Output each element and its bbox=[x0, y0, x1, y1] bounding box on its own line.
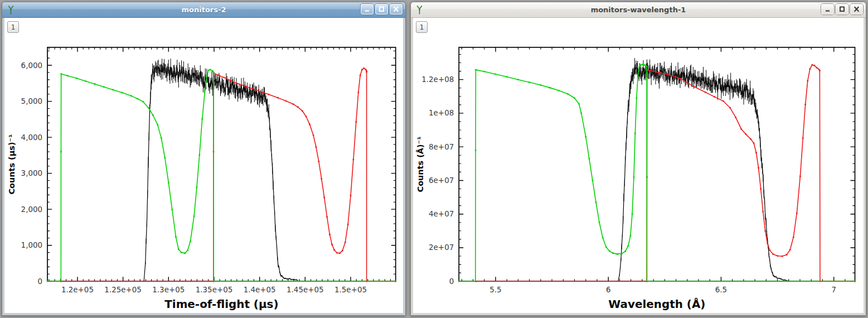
minimize-button[interactable] bbox=[821, 4, 834, 15]
axes bbox=[459, 47, 855, 281]
sprout-icon bbox=[6, 5, 16, 15]
x-tick-label: 1.5e+05 bbox=[334, 286, 367, 294]
curve bbox=[459, 65, 855, 281]
series-monitor-spectrum-red bbox=[60, 68, 396, 282]
maximize-button[interactable] bbox=[836, 4, 848, 15]
close-button[interactable] bbox=[390, 4, 403, 15]
markers bbox=[476, 64, 856, 282]
desktop: monitors-2 1 1.2e+051.25e+051.3e+051.35e… bbox=[0, 0, 868, 318]
plot-frame bbox=[47, 47, 396, 281]
y-tick-label: 4,000 bbox=[21, 133, 42, 142]
plot-canvas-time-of-flight[interactable]: 1.2e+051.25e+051.3e+051.35e+051.4e+051.4… bbox=[4, 18, 403, 313]
y-axis-label: Counts (μs)⁻¹ bbox=[7, 134, 16, 195]
window-title: monitors-wavelength-1 bbox=[411, 6, 866, 14]
y-axis-major-ticks bbox=[459, 80, 855, 282]
y-tick-label: 1.2e+08 bbox=[421, 75, 454, 84]
sprout-icon bbox=[415, 5, 424, 15]
y-tick-label: 5,000 bbox=[21, 97, 42, 105]
figure-number-button[interactable]: 1 bbox=[416, 21, 428, 33]
window-monitors-wavelength-1[interactable]: monitors-wavelength-1 1 5.566.5702e+074e… bbox=[410, 2, 866, 316]
y-tick-label: 2,000 bbox=[21, 205, 42, 214]
y-tick-label: 6e+07 bbox=[429, 176, 454, 185]
curve bbox=[476, 65, 855, 281]
window-monitors-2[interactable]: monitors-2 1 1.2e+051.25e+051.3e+051.35e… bbox=[2, 2, 406, 316]
curve bbox=[618, 64, 789, 281]
x-axis-major-ticks bbox=[496, 47, 834, 281]
x-tick-label: 1.45e+05 bbox=[287, 286, 324, 294]
x-tick-label: 1.35e+05 bbox=[196, 286, 233, 294]
series-monitor-spectrum-red bbox=[476, 64, 856, 282]
x-tick-label: 1.3e+05 bbox=[152, 286, 185, 294]
y-tick-label: 8e+07 bbox=[429, 143, 454, 151]
window-title: monitors-2 bbox=[2, 6, 405, 14]
y-axis-label: Counts (Å)⁻¹ bbox=[416, 137, 425, 192]
x-tick-label: 1.4e+05 bbox=[244, 286, 276, 294]
x-axis-label: Time-of-flight (μs) bbox=[164, 298, 278, 311]
window-controls bbox=[361, 4, 403, 15]
tick-labels: 1.2e+051.25e+051.3e+051.35e+051.4e+051.4… bbox=[21, 61, 367, 295]
y-tick-label: 0 bbox=[449, 277, 454, 286]
error-bars bbox=[619, 58, 786, 281]
axes bbox=[47, 47, 396, 281]
y-tick-label: 0 bbox=[38, 277, 43, 286]
curve bbox=[47, 70, 396, 281]
plot-client-area: 1 1.2e+051.25e+051.3e+051.35e+051.4e+051… bbox=[4, 18, 403, 313]
x-tick-label: 5.5 bbox=[489, 286, 501, 294]
markers bbox=[47, 69, 396, 282]
series-monitor-spectrum-green bbox=[47, 69, 396, 282]
x-tick-label: 7 bbox=[831, 286, 836, 294]
titlebar[interactable]: monitors-2 bbox=[2, 2, 405, 18]
plot-frame bbox=[459, 47, 855, 281]
series-monitor-spectrum-green bbox=[458, 64, 856, 282]
y-tick-label: 3,000 bbox=[21, 169, 42, 177]
plot-client-area: 1 5.566.5702e+074e+076e+078e+071e+081.2e… bbox=[413, 18, 864, 313]
markers bbox=[60, 68, 396, 282]
window-controls bbox=[821, 4, 863, 15]
y-axis-minor-ticks bbox=[459, 54, 855, 273]
y-axis-minor-ticks bbox=[47, 51, 396, 274]
y-tick-label: 1,000 bbox=[21, 241, 42, 249]
x-tick-label: 6.5 bbox=[715, 286, 727, 294]
x-tick-label: 1.25e+05 bbox=[104, 286, 142, 294]
maximize-button[interactable] bbox=[375, 4, 388, 15]
curve bbox=[61, 68, 396, 281]
x-tick-label: 1.2e+05 bbox=[61, 286, 94, 294]
y-tick-label: 6,000 bbox=[21, 61, 42, 70]
y-tick-label: 1e+08 bbox=[429, 109, 454, 117]
figure-number-button[interactable]: 1 bbox=[7, 21, 19, 33]
y-tick-label: 4e+07 bbox=[429, 210, 454, 218]
titlebar[interactable]: monitors-wavelength-1 bbox=[411, 2, 866, 18]
x-axis-minor-ticks bbox=[462, 47, 845, 281]
close-button[interactable] bbox=[850, 4, 863, 15]
plot-canvas-wavelength[interactable]: 5.566.5702e+074e+076e+078e+071e+081.2e+0… bbox=[413, 18, 864, 313]
x-axis-label: Wavelength (Å) bbox=[608, 297, 705, 311]
minimize-button[interactable] bbox=[361, 4, 374, 15]
markers bbox=[458, 64, 856, 282]
x-tick-label: 6 bbox=[606, 286, 611, 294]
error-bars bbox=[145, 59, 297, 280]
y-tick-label: 2e+07 bbox=[429, 243, 454, 252]
